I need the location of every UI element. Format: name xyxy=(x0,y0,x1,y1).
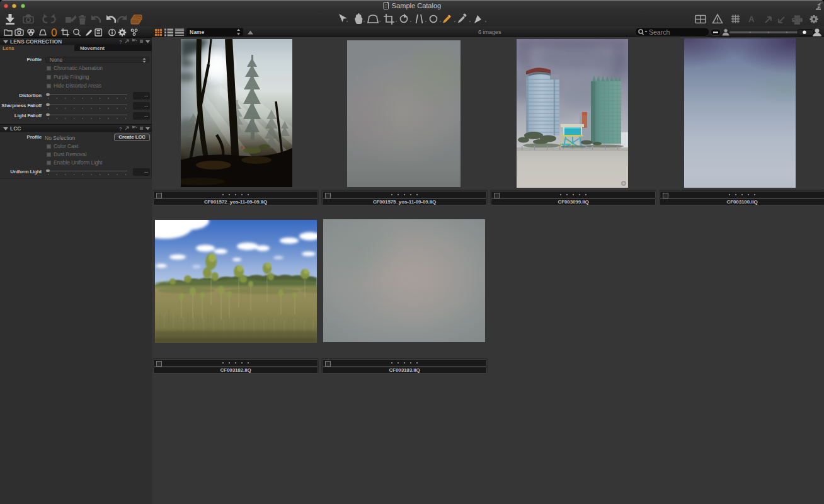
svg-text:A: A xyxy=(748,14,755,24)
svg-text:6 images: 6 images xyxy=(478,29,501,35)
svg-text:Search: Search xyxy=(649,28,670,36)
svg-text:?: ? xyxy=(119,126,122,132)
svg-text:?: ? xyxy=(119,39,122,45)
svg-text:Name: Name xyxy=(190,29,204,35)
